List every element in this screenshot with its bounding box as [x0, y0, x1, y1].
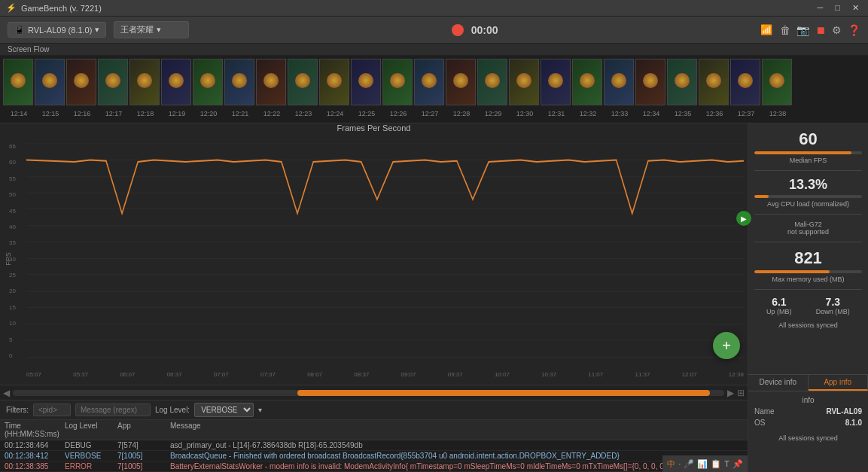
- device-info-tab[interactable]: Device info: [748, 375, 809, 391]
- timestamp-label: 12:34: [635, 110, 667, 117]
- log-level: ERROR: [60, 461, 113, 471]
- thumbnail[interactable]: [3, 59, 33, 105]
- info-os-val: 8.1.0: [845, 419, 862, 427]
- record-button[interactable]: [452, 24, 464, 36]
- app-icon: ⚡: [6, 3, 17, 13]
- thumbnail[interactable]: [699, 59, 729, 105]
- tray-icon-2: ∙: [678, 459, 681, 468]
- timestamp-label: 12:31: [541, 110, 572, 117]
- fps-value: 60: [754, 129, 862, 149]
- scrollbar-area: ◀ ▶ ⊞: [0, 385, 748, 400]
- network-stat-block: 6.1 Up (MB) 7.3 Down (MB): [754, 296, 862, 315]
- gpu-status: not supported: [754, 228, 862, 236]
- msg-filter-input[interactable]: [75, 403, 151, 416]
- device-selector[interactable]: 📱 RVL-AL09 (8.1.0) ▾: [8, 22, 106, 38]
- settings-icon[interactable]: ⚙: [832, 24, 842, 36]
- app-dropdown-icon: ▾: [157, 25, 161, 35]
- fps-stat-block: 60 Median FPS: [754, 129, 862, 164]
- thumbnails-row: [0, 56, 868, 108]
- log-header: Time (HH:MM:SS:ms) Log Level App Message: [0, 420, 748, 440]
- level-dropdown-icon: ▾: [258, 406, 262, 414]
- delete-icon[interactable]: 🗑: [780, 24, 790, 36]
- timestamp-label: 12:37: [730, 110, 762, 117]
- info-table: info Name RVL-AL09 OS 8.1.0: [748, 391, 868, 431]
- cpu-stat-block: 13.3% Avg CPU load (normalized): [754, 177, 862, 208]
- thumbnail[interactable]: [730, 59, 760, 105]
- camera-icon[interactable]: 📷: [796, 24, 809, 36]
- log-msg: BatteryExternalStatsWorker - modem info …: [166, 461, 748, 471]
- thumbnail[interactable]: [667, 59, 697, 105]
- stat-divider3: [754, 242, 862, 242]
- thumbnail[interactable]: [477, 59, 507, 105]
- thumbnail[interactable]: [129, 59, 160, 105]
- minimize-button[interactable]: ─: [815, 3, 827, 13]
- log-msg: asd_primary_out - L[14]-67.386438db R[18…: [166, 440, 748, 450]
- titlebar-left: ⚡ GameBench (v. 7221): [6, 3, 102, 13]
- device-dropdown-icon: ▾: [95, 25, 99, 35]
- timestamp-label: 12:32: [572, 110, 604, 117]
- timestamp-label: 12:15: [35, 110, 66, 117]
- timestamp-label: 12:26: [382, 110, 414, 117]
- app-info-tab[interactable]: App info: [809, 375, 869, 391]
- thumbnail[interactable]: [541, 59, 571, 105]
- thumbnail[interactable]: [509, 59, 539, 105]
- system-tray: 中 ∙ 🎤 📊 📋 T 📌: [662, 455, 748, 472]
- timestamp-label: 12:24: [319, 110, 351, 117]
- info-name-val: RVL-AL09: [826, 407, 862, 416]
- thumbnail[interactable]: [446, 59, 476, 105]
- titlebar-controls: ─ □ ✕: [815, 3, 862, 13]
- scroll-left-icon[interactable]: ◀: [3, 388, 10, 398]
- thumbnail[interactable]: [66, 59, 96, 105]
- scroll-zoom-icon[interactable]: ⊞: [737, 388, 745, 398]
- info-os-row: OS 8.1.0: [754, 417, 862, 428]
- scrollbar-thumb[interactable]: [297, 390, 710, 396]
- cpu-bar-fill: [754, 195, 769, 198]
- tray-icon-3: 🎤: [684, 459, 694, 469]
- status-bubble: ▶: [736, 211, 751, 226]
- app-selector[interactable]: 王者荣耀 ▾: [114, 21, 189, 38]
- maximize-button[interactable]: □: [832, 3, 843, 13]
- memory-bar: [754, 270, 862, 273]
- close-button[interactable]: ✕: [849, 3, 862, 13]
- thumbnail[interactable]: [193, 59, 223, 105]
- pid-filter-input[interactable]: [33, 403, 71, 416]
- right-side-panel: 60 Median FPS 13.3% Avg CPU load (normal…: [748, 123, 868, 472]
- timestamp-label: 12:18: [129, 110, 161, 117]
- fab-button[interactable]: +: [713, 332, 740, 359]
- app-title: GameBench (v. 7221): [21, 4, 102, 13]
- screen-flow-text: Screen Flow: [8, 45, 50, 53]
- y-axis: 66605550454035302520151050: [9, 143, 16, 359]
- thumbnail[interactable]: [288, 59, 318, 105]
- thumbnail[interactable]: [351, 59, 381, 105]
- thumbnail[interactable]: [635, 59, 665, 105]
- log-msg: BroadcastQueue - Finished with ordered b…: [166, 451, 748, 461]
- fps-chart-wrapper: Frames Per Second FPS 666055504540353025…: [0, 123, 748, 385]
- thumbnail[interactable]: [382, 59, 413, 105]
- stop-icon[interactable]: ⏹: [815, 24, 826, 36]
- thumbnail[interactable]: [98, 59, 128, 105]
- filters-label: Filters:: [6, 406, 29, 414]
- log-level-select[interactable]: VERBOSE DEBUG ERROR: [194, 403, 254, 417]
- thumbnail[interactable]: [224, 59, 254, 105]
- timestamp-label: 12:19: [161, 110, 193, 117]
- left-middle: Frames Per Second FPS 666055504540353025…: [0, 123, 748, 472]
- help-icon[interactable]: ❓: [848, 24, 860, 36]
- screen-flow-label: Screen Flow: [0, 44, 868, 56]
- stat-divider: [754, 170, 862, 171]
- thumbnail[interactable]: [35, 59, 65, 105]
- device-app-tabs: Device info App info: [748, 375, 868, 391]
- scrollbar-track[interactable]: [13, 390, 724, 396]
- middle-section: Frames Per Second FPS 666055504540353025…: [0, 123, 868, 472]
- upload-stat: 6.1 Up (MB): [766, 296, 792, 315]
- thumbnail[interactable]: [161, 59, 191, 105]
- scroll-right-icon[interactable]: ▶: [727, 388, 734, 398]
- thumbnail[interactable]: [319, 59, 349, 105]
- thumbnail[interactable]: [572, 59, 602, 105]
- thumbnail[interactable]: [256, 59, 286, 105]
- thumbnail[interactable]: [414, 59, 444, 105]
- timestamp-label: 12:33: [604, 110, 635, 117]
- timestamp-label: 12:35: [667, 110, 699, 117]
- stat-divider4: [754, 289, 862, 290]
- thumbnail[interactable]: [604, 59, 634, 105]
- thumbnail[interactable]: [762, 59, 792, 105]
